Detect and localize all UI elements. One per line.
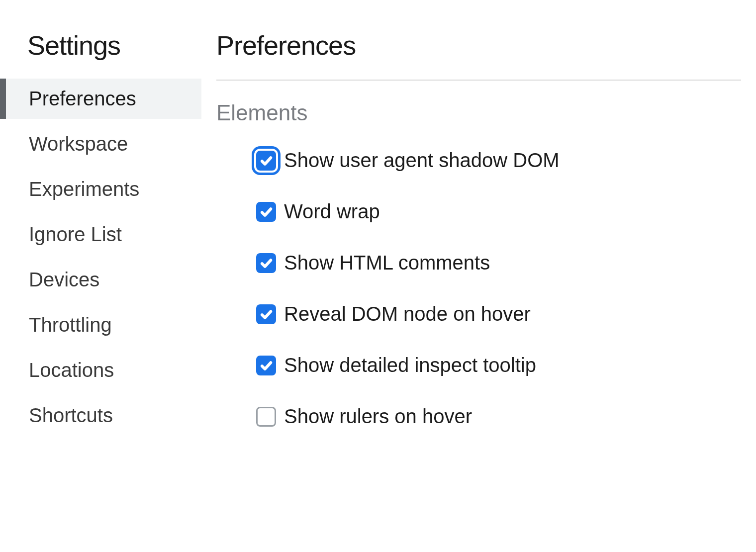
sidebar-item-devices[interactable]: Devices: [0, 260, 201, 300]
checkmark-icon: [259, 359, 273, 372]
option-reveal-dom-node-on-hover: Reveal DOM node on hover: [216, 303, 741, 325]
sidebar-item-preferences[interactable]: Preferences: [0, 79, 201, 119]
option-show-html-comments: Show HTML comments: [216, 252, 741, 274]
option-show-rulers-on-hover: Show rulers on hover: [216, 405, 741, 428]
option-label: Show user agent shadow DOM: [284, 149, 560, 172]
checkbox-reveal-dom-node-on-hover[interactable]: [256, 304, 276, 324]
sidebar-item-label: Throttling: [29, 314, 112, 336]
sidebar-item-label: Locations: [29, 359, 114, 381]
option-label: Show detailed inspect tooltip: [284, 354, 536, 376]
option-word-wrap: Word wrap: [216, 200, 741, 223]
option-label: Word wrap: [284, 200, 380, 223]
option-show-detailed-inspect-tooltip: Show detailed inspect tooltip: [216, 354, 741, 376]
sidebar-item-workspace[interactable]: Workspace: [0, 124, 201, 164]
sidebar-item-label: Shortcuts: [29, 404, 113, 426]
option-label: Show HTML comments: [284, 252, 490, 274]
sidebar-item-experiments[interactable]: Experiments: [0, 169, 201, 209]
checkbox-word-wrap[interactable]: [256, 202, 276, 222]
sidebar-item-throttling[interactable]: Throttling: [0, 305, 201, 345]
sidebar-item-label: Preferences: [29, 88, 136, 109]
sidebar-item-shortcuts[interactable]: Shortcuts: [0, 395, 201, 436]
main: Preferences Elements Show user agent sha…: [201, 0, 756, 552]
page-title: Preferences: [216, 30, 741, 81]
option-label: Reveal DOM node on hover: [284, 303, 531, 325]
option-label: Show rulers on hover: [284, 405, 472, 428]
sidebar-item-label: Devices: [29, 269, 99, 290]
sidebar-title: Settings: [0, 30, 201, 79]
checkbox-show-user-agent-shadow-dom[interactable]: [256, 151, 276, 171]
checkbox-show-detailed-inspect-tooltip[interactable]: [256, 356, 276, 375]
checkmark-icon: [259, 154, 273, 168]
checkmark-icon: [259, 307, 273, 321]
sidebar-item-label: Workspace: [29, 133, 128, 155]
checkmark-icon: [259, 256, 273, 270]
checkbox-show-rulers-on-hover[interactable]: [256, 407, 276, 427]
sidebar-item-ignore-list[interactable]: Ignore List: [0, 214, 201, 255]
checkbox-show-html-comments[interactable]: [256, 253, 276, 273]
sidebar-item-label: Experiments: [29, 178, 139, 200]
option-show-user-agent-shadow-dom: Show user agent shadow DOM: [216, 149, 741, 172]
sidebar-item-locations[interactable]: Locations: [0, 350, 201, 390]
sidebar-item-label: Ignore List: [29, 223, 122, 245]
section-header-elements: Elements: [216, 100, 741, 125]
checkmark-icon: [259, 205, 273, 219]
sidebar: Settings Preferences Workspace Experimen…: [0, 0, 201, 552]
